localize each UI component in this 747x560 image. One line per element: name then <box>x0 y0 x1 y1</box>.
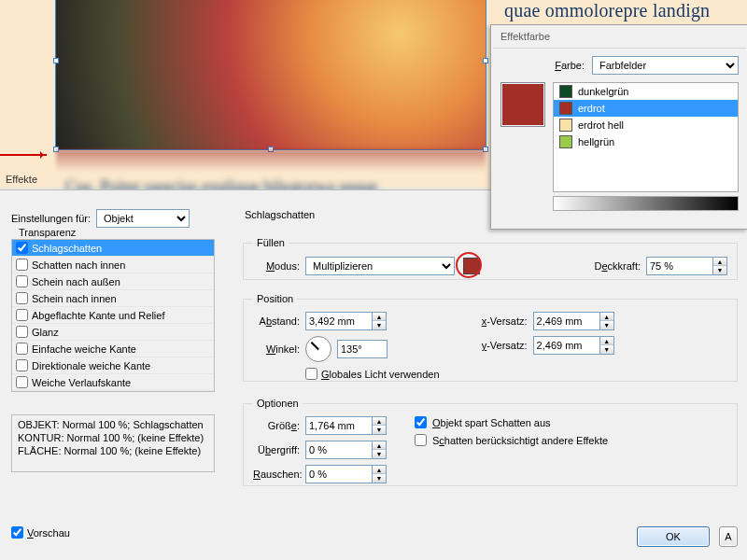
preview-checkbox-input[interactable] <box>11 526 23 539</box>
position-legend: Position <box>253 293 297 304</box>
color-mode-label: Farbe: <box>500 60 585 71</box>
distance-label: Abstand: <box>253 315 300 327</box>
dialog-title: Effekte <box>6 174 37 185</box>
effects-item-checkbox[interactable] <box>16 343 28 355</box>
mode-color-swatch[interactable] <box>463 258 480 274</box>
spread-label: Übergriff: <box>253 444 300 455</box>
position-group: Position Abstand: ▲▼ Winkel: <box>243 293 738 382</box>
fill-legend: Füllen <box>253 237 289 248</box>
section-title: Schlagschatten <box>245 209 315 220</box>
y-offset-label: y-Versatz: <box>468 340 528 351</box>
ok-button[interactable]: OK <box>637 526 710 547</box>
settings-for-select[interactable]: Objekt <box>96 209 190 228</box>
effects-item[interactable]: Direktionale weiche Kante <box>12 357 214 374</box>
effects-item-label: Einfache weiche Kante <box>32 343 136 355</box>
effects-list[interactable]: SchlagschattenSchatten nach innenSchein … <box>12 240 214 391</box>
swatch-item[interactable]: dunkelgrün <box>554 83 738 100</box>
swatch-label: erdrot hell <box>578 119 624 131</box>
swatch-color-icon <box>559 119 572 132</box>
swatch-list[interactable]: dunkelgrünerdroterdrot hellhellgrün <box>553 82 739 192</box>
x-offset-label: x-Versatz: <box>468 315 528 327</box>
color-mode-select[interactable]: Farbfelder <box>592 56 739 75</box>
placed-image[interactable] <box>56 0 486 149</box>
effects-item-checkbox[interactable] <box>16 376 28 388</box>
effects-item[interactable]: Abgeflachte Kante und Relief <box>12 307 214 324</box>
options-group: Optionen Größe: ▲▼ Übergriff: ▲▼ <box>243 398 738 486</box>
global-light-checkbox[interactable]: Globales Licht verwenden <box>305 368 440 380</box>
size-label: Größe: <box>253 420 300 431</box>
distance-stepper[interactable]: ▲▼ <box>373 312 387 330</box>
effects-item-label: Glanz <box>32 327 59 338</box>
effects-item-label: Schatten nach innen <box>32 259 125 271</box>
resize-handle[interactable] <box>53 58 59 63</box>
angle-label: Winkel: <box>253 343 300 355</box>
size-stepper[interactable]: ▲▼ <box>373 416 387 435</box>
opacity-label: Deckkraft: <box>594 260 641 272</box>
effects-item[interactable]: Schein nach außen <box>12 273 214 290</box>
effects-item-label: Schein nach innen <box>32 293 117 304</box>
swatch-color-icon <box>559 102 572 115</box>
transparency-group-label: Transparenz <box>16 227 78 238</box>
effects-item[interactable]: Glanz <box>12 324 214 341</box>
effects-summary: OBJEKT: Normal 100 %; Schlagschatten KON… <box>11 414 215 472</box>
effects-item-checkbox[interactable] <box>16 275 28 287</box>
swatch-color-icon <box>559 135 572 148</box>
effects-item[interactable]: Schatten nach innen <box>12 257 214 273</box>
swatch-item[interactable]: erdrot hell <box>554 117 738 133</box>
x-offset-stepper[interactable]: ▲▼ <box>600 312 614 330</box>
annotation-arrow-icon <box>0 154 47 156</box>
effects-dialog: Effekte Einstellungen für: Objekt Transp… <box>0 189 747 560</box>
swatch-label: hellgrün <box>578 136 614 147</box>
effects-item-label: Direktionale weiche Kante <box>32 360 150 371</box>
angle-input[interactable] <box>337 340 388 358</box>
effects-item[interactable]: Einfache weiche Kante <box>12 341 214 357</box>
effects-item[interactable]: Schein nach innen <box>12 290 214 307</box>
knockout-checkbox[interactable]: Objekt spart Schatten aus <box>415 416 608 428</box>
noise-label: Rauschen: <box>253 469 300 480</box>
effects-item-checkbox[interactable] <box>16 326 28 338</box>
effects-item[interactable]: Schlagschatten <box>12 240 214 257</box>
distance-input[interactable] <box>305 312 373 330</box>
effects-item-label: Weiche Verlaufskante <box>32 377 131 388</box>
effects-item[interactable]: Weiche Verlaufskante <box>12 374 214 391</box>
x-offset-input[interactable] <box>533 312 600 330</box>
effects-item-label: Schlagschatten <box>32 243 102 254</box>
cancel-button-partial[interactable]: A <box>719 526 738 547</box>
resize-handle[interactable] <box>483 58 488 63</box>
fill-group: Füllen Modus: Multiplizieren Deckkraft: … <box>243 237 738 280</box>
blend-mode-select[interactable]: Multiplizieren <box>305 257 455 275</box>
effects-item-checkbox[interactable] <box>16 259 28 271</box>
effects-item-checkbox[interactable] <box>16 359 28 371</box>
swatch-label: erdrot <box>578 103 605 114</box>
effects-item-label: Abgeflachte Kante und Relief <box>32 310 165 321</box>
noise-input[interactable] <box>305 465 373 483</box>
settings-for-label: Einstellungen für: <box>11 213 91 224</box>
opacity-stepper[interactable]: ▲▼ <box>713 257 727 275</box>
swatch-item[interactable]: hellgrün <box>554 133 738 150</box>
tint-slider[interactable] <box>553 196 739 211</box>
swatch-color-icon <box>559 85 572 98</box>
mode-label: Modus: <box>253 260 300 272</box>
spread-input[interactable] <box>305 441 373 459</box>
effects-item-checkbox[interactable] <box>16 309 28 321</box>
opacity-input[interactable] <box>646 257 713 275</box>
spread-stepper[interactable]: ▲▼ <box>373 441 387 459</box>
effects-item-checkbox[interactable] <box>16 242 28 254</box>
swatch-label: dunkelgrün <box>578 86 628 97</box>
effects-item-checkbox[interactable] <box>16 292 28 304</box>
noise-stepper[interactable]: ▲▼ <box>373 465 387 483</box>
size-input[interactable] <box>305 416 373 435</box>
effects-list-group: Transparenz SchlagschattenSchatten nach … <box>11 239 215 392</box>
selected-color-swatch <box>500 82 545 127</box>
effects-item-label: Schein nach außen <box>32 276 120 287</box>
y-offset-input[interactable] <box>533 336 600 355</box>
color-panel-title: Effektfarbe <box>491 25 747 48</box>
other-effects-checkbox[interactable]: Schatten berücksichtigt andere Effekte <box>415 434 608 446</box>
angle-dial[interactable] <box>305 336 331 362</box>
drop-shadow-preview <box>56 149 486 172</box>
effect-color-panel: Effektfarbe Farbe: Farbfelder dunkelgrün… <box>490 24 747 230</box>
y-offset-stepper[interactable]: ▲▼ <box>600 336 614 355</box>
swatch-item[interactable]: erdrot <box>554 100 738 117</box>
options-legend: Optionen <box>253 398 303 409</box>
preview-checkbox[interactable]: Vorschau <box>11 526 70 539</box>
